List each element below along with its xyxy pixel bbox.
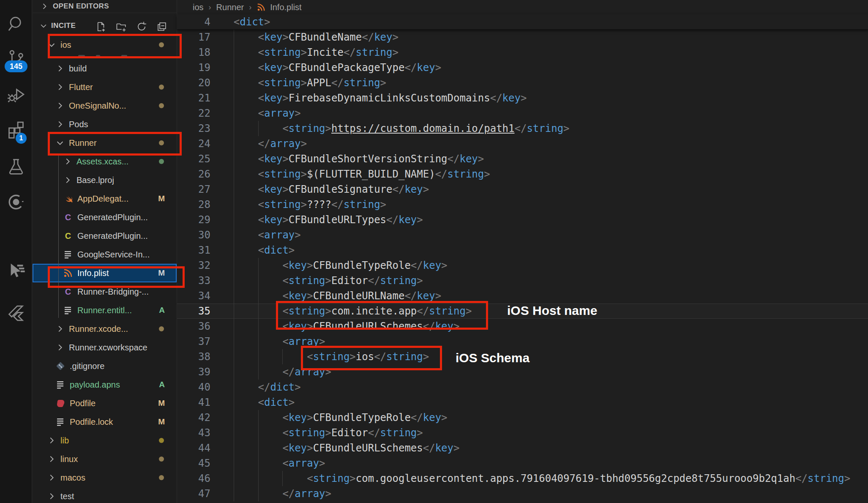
code-line-45[interactable]: 45<array> bbox=[177, 456, 868, 471]
sidebar-folder-runner-xcode[interactable]: Runner.xcode... bbox=[33, 320, 177, 338]
extensions-badge: 1 bbox=[16, 133, 27, 144]
explorer-sidebar: OPEN EDITORS INCITE iosbuildFlutterOneSi… bbox=[33, 0, 177, 503]
code-line-43[interactable]: 43<string>Editor</string> bbox=[177, 425, 868, 440]
sidebar-folder-macos[interactable]: macos bbox=[33, 468, 177, 487]
tree-item-label: build bbox=[69, 64, 87, 74]
sidebar-file-generatedplugin[interactable]: CGeneratedPlugin... bbox=[33, 227, 177, 245]
sidebar-folder-runner-xcworkspace[interactable]: Runner.xcworkspace bbox=[33, 338, 177, 357]
line-number: 45 bbox=[177, 456, 210, 471]
code-line-29[interactable]: 29<key>CFBundleURLTypes</key> bbox=[177, 212, 868, 227]
sidebar-folder-build[interactable]: build bbox=[33, 59, 177, 78]
sidebar-file-payload-apns[interactable]: payload.apnsA bbox=[33, 375, 177, 394]
breadcrumb[interactable]: ios›Runner›Info.plist bbox=[177, 0, 868, 14]
indent-guide bbox=[234, 440, 234, 456]
line-number: 37 bbox=[177, 334, 210, 349]
code-text: <key>FirebaseDynamicLinksCustomDomains</… bbox=[258, 90, 527, 106]
code-line-18[interactable]: 18<string>Incite</string> bbox=[177, 45, 868, 60]
code-text: <key>CFBundleURLTypes</key> bbox=[258, 212, 423, 227]
sidebar-file-runner-entitl[interactable]: Runner.entitl...A bbox=[33, 301, 177, 320]
sidebar-file-appdelegat[interactable]: AppDelegat...M bbox=[33, 189, 177, 208]
new-file-icon[interactable] bbox=[96, 21, 106, 32]
code-line-24[interactable]: 24</array> bbox=[177, 136, 868, 151]
sidebar-folder-base-lproj[interactable]: Base.lproj bbox=[33, 171, 177, 189]
record-tool-icon[interactable] bbox=[7, 193, 25, 211]
sidebar-folder-flutter[interactable]: Flutter bbox=[33, 78, 177, 96]
code-line-26[interactable]: 26<string>$(FLUTTER_BUILD_NAME)</string> bbox=[177, 167, 868, 182]
indent-guide bbox=[258, 303, 259, 319]
code-line-32[interactable]: 32<key>CFBundleTypeRole</key> bbox=[177, 258, 868, 273]
open-editors-label: OPEN EDITORS bbox=[53, 2, 109, 11]
line-number: 29 bbox=[177, 212, 210, 227]
code-line-30[interactable]: 30<array> bbox=[177, 227, 868, 243]
open-editors-header[interactable]: OPEN EDITORS bbox=[33, 0, 177, 13]
sidebar-folder-lib[interactable]: lib bbox=[33, 431, 177, 450]
code-line-31[interactable]: 31<dict> bbox=[177, 243, 868, 258]
flutter-icon[interactable] bbox=[7, 304, 25, 323]
new-folder-icon[interactable] bbox=[116, 21, 127, 32]
pointer-tool-icon[interactable] bbox=[7, 261, 25, 280]
sidebar-folder-linux[interactable]: linux bbox=[33, 450, 177, 468]
chevron-right-icon bbox=[47, 492, 56, 501]
sidebar-file-googleservice-in[interactable]: GoogleService-In... bbox=[33, 245, 177, 264]
indent-guide bbox=[234, 227, 234, 243]
code-line-22[interactable]: 22<array> bbox=[177, 106, 868, 121]
code-line-33[interactable]: 33<string>Editor</string> bbox=[177, 273, 868, 288]
sticky-scroll-row[interactable]: 4<dict> bbox=[177, 14, 868, 30]
git-modified-dot bbox=[159, 457, 164, 462]
git-modified-dot bbox=[159, 103, 164, 108]
red-box-schema bbox=[301, 346, 442, 370]
code-line-17[interactable]: 17<key>CFBundleName</key> bbox=[177, 30, 868, 45]
sticky-scroll-line[interactable]: 4<dict> bbox=[177, 14, 868, 30]
sidebar-folder-onesignalno[interactable]: OneSignalNo... bbox=[33, 96, 177, 115]
code-line-25[interactable]: 25<key>CFBundleShortVersionString</key> bbox=[177, 151, 868, 167]
code-line-47[interactable]: 47</array> bbox=[177, 486, 868, 501]
sidebar-file-generatedplugin[interactable]: CGeneratedPlugin... bbox=[33, 208, 177, 227]
tree-indent-guide bbox=[58, 154, 59, 318]
project-name-label: INCITE bbox=[51, 22, 76, 30]
refresh-icon[interactable] bbox=[136, 21, 147, 32]
code-line-46[interactable]: 46<string>com.googleusercontent.apps.791… bbox=[177, 471, 868, 486]
indent-guide bbox=[234, 212, 234, 227]
code-line-41[interactable]: 41<dict> bbox=[177, 395, 868, 410]
code-text: <string>https://custom.domain.io/path1</… bbox=[282, 121, 569, 136]
code-text: <key>CFBundleURLSchemes</key> bbox=[282, 440, 459, 456]
indent-guide bbox=[234, 151, 234, 167]
sidebar-file-podfile[interactable]: PodfileM bbox=[33, 394, 177, 413]
explorer-toolbar bbox=[96, 21, 167, 32]
indent-guide bbox=[258, 410, 259, 425]
code-line-21[interactable]: 21<key>FirebaseDynamicLinksCustomDomains… bbox=[177, 90, 868, 106]
chevron-down-icon bbox=[39, 22, 48, 30]
tree-item-label: Base.lproj bbox=[76, 175, 114, 185]
code-line-23[interactable]: 23<string>https://custom.domain.io/path1… bbox=[177, 121, 868, 136]
indent-guide bbox=[282, 471, 283, 486]
breadcrumb-item-runner[interactable]: Runner bbox=[216, 3, 244, 12]
sidebar-folder-test[interactable]: test bbox=[33, 487, 177, 503]
collapse-all-icon[interactable] bbox=[156, 21, 167, 32]
code-area[interactable]: 17<key>CFBundleName</key>18<string>Incit… bbox=[177, 14, 868, 503]
activity-bar: 1451 bbox=[0, 0, 32, 503]
doc-lines-icon bbox=[63, 249, 73, 260]
search-icon[interactable] bbox=[7, 15, 25, 33]
code-line-37[interactable]: 37<array> bbox=[177, 334, 868, 349]
sidebar-file-gitignore[interactable]: .gitignore bbox=[33, 357, 177, 375]
run-debug-icon[interactable] bbox=[7, 85, 25, 104]
breadcrumb-item-info-plist[interactable]: Info.plist bbox=[270, 3, 301, 12]
code-line-40[interactable]: 40</dict> bbox=[177, 380, 868, 395]
code-line-44[interactable]: 44<key>CFBundleURLSchemes</key> bbox=[177, 440, 868, 456]
code-line-42[interactable]: 42<key>CFBundleTypeRole</key> bbox=[177, 410, 868, 425]
tree-item-label: GeneratedPlugin... bbox=[77, 213, 148, 222]
code-text: <key>CFBundleTypeRole</key> bbox=[282, 258, 447, 273]
sidebar-folder-pods[interactable]: Pods bbox=[33, 115, 177, 134]
code-line-39[interactable]: 39</array> bbox=[177, 364, 868, 380]
code-line-19[interactable]: 19<key>CFBundlePackageType</key> bbox=[177, 60, 868, 75]
code-line-20[interactable]: 20<string>APPL</string> bbox=[177, 75, 868, 90]
code-line-28[interactable]: 28<string>????</string> bbox=[177, 197, 868, 212]
git-status-badge: A bbox=[159, 306, 165, 315]
line-number: 24 bbox=[177, 136, 210, 151]
doc-lines-icon bbox=[63, 305, 73, 315]
sidebar-file-podfile-lock[interactable]: Podfile.lockM bbox=[33, 413, 177, 431]
test-beaker-icon[interactable] bbox=[7, 157, 25, 176]
code-line-27[interactable]: 27<key>CFBundleSignature</key> bbox=[177, 182, 868, 197]
indent-guide bbox=[234, 121, 234, 136]
breadcrumb-item-ios[interactable]: ios bbox=[193, 3, 204, 12]
